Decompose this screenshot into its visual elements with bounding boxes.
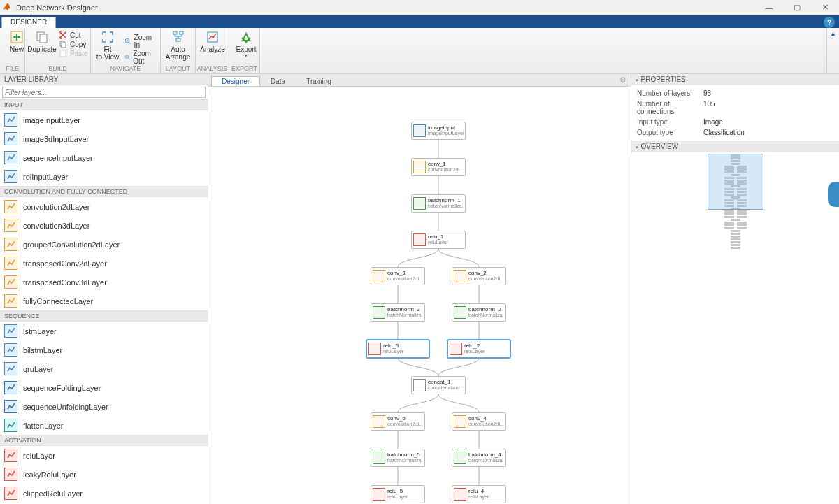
layer-item[interactable]: clippedReluLayer: [0, 484, 208, 503]
titlebar: Deep Network Designer — ▢ ✕: [0, 0, 839, 15]
layer-library-panel: LAYER LIBRARY INPUTimageInputLayerimage3…: [0, 74, 208, 504]
layer-item[interactable]: bilstmLayer: [0, 340, 208, 359]
tab-training[interactable]: Training: [296, 76, 342, 86]
filter-layers-input[interactable]: [2, 87, 206, 98]
copy-button[interactable]: Copy: [56, 40, 91, 48]
svg-rect-6: [62, 43, 66, 48]
node-type-icon: [450, 343, 462, 355]
layer-item[interactable]: roiInputLayer: [0, 167, 208, 186]
network-node[interactable]: imageinputimageInputLayer: [411, 122, 466, 140]
network-node[interactable]: relu_3reluLayer: [366, 340, 429, 358]
property-row: Number of connections105: [631, 99, 839, 117]
layer-item-label: roiInputLayer: [23, 173, 68, 181]
network-node[interactable]: relu_2reluLayer: [447, 340, 510, 358]
network-node[interactable]: batchnorm_3batchNormaliza...: [371, 303, 425, 322]
layer-item[interactable]: imageInputLayer: [0, 110, 208, 129]
zoom-out-button[interactable]: Zoom Out: [122, 50, 157, 65]
plus-icon: [10, 30, 24, 44]
tab-designer[interactable]: DESIGNER: [1, 17, 56, 28]
layer-item-label: clippedReluLayer: [23, 489, 83, 498]
layer-type-icon: [4, 468, 17, 481]
network-node[interactable]: relu_5reluLayer: [371, 485, 425, 503]
network-node[interactable]: conv_5convolution2dL...: [371, 412, 425, 431]
layer-item-label: transposedConv2dLayer: [23, 259, 107, 268]
layer-item[interactable]: flattenLayer: [0, 416, 208, 435]
node-type-icon: [373, 488, 385, 501]
network-canvas[interactable]: imageinputimageInputLayerconv_1convoluti…: [208, 87, 631, 504]
category-header: INPUT: [0, 99, 208, 110]
layer-item-label: transposedConv3dLayer: [23, 278, 107, 287]
toolstrip: New FILE Duplicate Cut Copy Paste BUILD …: [0, 28, 839, 73]
layer-item[interactable]: sequenceUnfoldingLayer: [0, 397, 208, 416]
layer-item-label: flattenLayer: [23, 422, 63, 430]
tab-data[interactable]: Data: [260, 76, 296, 86]
scissors-icon: [59, 31, 67, 39]
layer-item[interactable]: sequenceInputLayer: [0, 148, 208, 167]
layer-item[interactable]: convolution2dLayer: [0, 197, 208, 216]
cut-button[interactable]: Cut: [56, 31, 91, 39]
layer-type-icon: [4, 200, 17, 213]
zoom-in-icon: [124, 37, 131, 45]
overview-viewport[interactable]: [708, 154, 763, 210]
network-node[interactable]: relu_4reluLayer: [452, 485, 506, 503]
layer-item[interactable]: sequenceFoldingLayer: [0, 378, 208, 397]
canvas-tabs: Designer Data Training ⚙: [208, 74, 631, 87]
network-node[interactable]: concat_1concatenationL...: [411, 376, 466, 394]
layer-item-label: leakyReluLayer: [23, 470, 76, 479]
duplicate-icon: [35, 30, 49, 44]
network-node[interactable]: batchnorm_2batchNormaliza...: [452, 303, 506, 322]
properties-header[interactable]: PROPERTIES: [631, 74, 839, 85]
layer-item-label: imageInputLayer: [23, 116, 80, 124]
layer-type-icon: [4, 275, 17, 289]
close-button[interactable]: ✕: [811, 0, 839, 15]
side-tab-handle[interactable]: [828, 182, 839, 207]
layer-item[interactable]: gruLayer: [0, 359, 208, 378]
property-row: Output typeClassification: [631, 127, 839, 138]
overview-header[interactable]: OVERVIEW: [631, 141, 839, 152]
layer-item[interactable]: transposedConv2dLayer: [0, 254, 208, 273]
layer-item[interactable]: convolution3dLayer: [0, 216, 208, 235]
layer-item[interactable]: reluLayer: [0, 446, 208, 465]
network-node[interactable]: batchnorm_4batchNormaliza...: [452, 449, 506, 467]
layer-item-label: reluLayer: [23, 452, 55, 460]
network-node[interactable]: batchnorm_5batchNormaliza...: [371, 449, 425, 467]
node-type-icon: [373, 306, 385, 319]
minimize-button[interactable]: —: [755, 0, 783, 15]
help-icon[interactable]: ?: [824, 17, 835, 28]
network-node[interactable]: conv_3convolution2dL...: [371, 267, 425, 285]
fit-to-view-button[interactable]: Fit to View: [94, 29, 122, 62]
layer-list[interactable]: INPUTimageInputLayerimage3dInputLayerseq…: [0, 99, 208, 504]
layer-type-icon: [4, 219, 17, 232]
maximize-button[interactable]: ▢: [783, 0, 811, 15]
auto-arrange-button[interactable]: Auto Arrange: [164, 29, 192, 62]
analyze-button[interactable]: Analyze: [199, 29, 227, 54]
layer-item[interactable]: groupedConvolution2dLayer: [0, 235, 208, 254]
duplicate-button[interactable]: Duplicate: [28, 29, 56, 54]
network-node[interactable]: relu_1reluLayer: [411, 231, 466, 249]
category-header: ACTIVATION: [0, 435, 208, 446]
layer-item[interactable]: leakyReluLayer: [0, 465, 208, 484]
canvas-options-icon[interactable]: ⚙: [619, 75, 626, 85]
layer-item-label: convolution3dLayer: [23, 222, 89, 230]
right-panel: PROPERTIES Number of layers93Number of c…: [631, 74, 839, 504]
layer-item[interactable]: fullyConnectedLayer: [0, 291, 208, 310]
zoom-out-icon: [124, 53, 130, 62]
layer-type-icon: [4, 170, 17, 183]
layer-item-label: bilstmLayer: [23, 346, 62, 354]
zoom-in-button[interactable]: Zoom In: [122, 34, 157, 49]
collapse-toolstrip-button[interactable]: ▴: [826, 28, 839, 73]
node-type-icon: [413, 197, 426, 210]
layer-item[interactable]: image3dInputLayer: [0, 129, 208, 148]
network-node[interactable]: conv_2convolution2dL...: [452, 267, 506, 285]
layer-item[interactable]: lstmLayer: [0, 322, 208, 340]
tab-designer-canvas[interactable]: Designer: [211, 76, 260, 86]
node-type-icon: [454, 306, 466, 319]
network-node[interactable]: conv_4convolution2dL...: [452, 412, 506, 431]
export-button[interactable]: Export ▾: [232, 29, 260, 59]
network-node[interactable]: batchnorm_1batchNormaliza...: [411, 194, 466, 213]
layer-item[interactable]: transposedConv3dLayer: [0, 273, 208, 291]
network-node[interactable]: conv_1convolution2dL...: [411, 158, 466, 176]
layer-type-icon: [4, 238, 17, 251]
overview-body[interactable]: [631, 152, 839, 504]
paste-icon: [59, 49, 67, 57]
